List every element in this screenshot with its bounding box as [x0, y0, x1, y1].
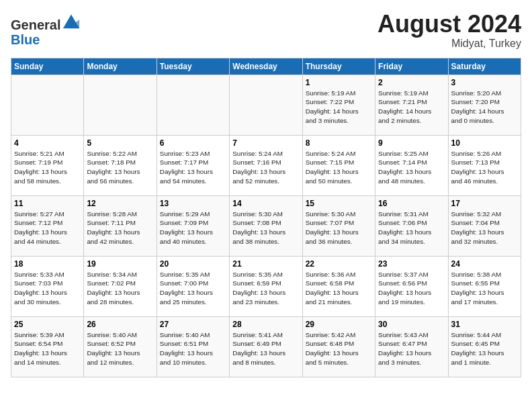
day-info: Sunrise: 5:20 AMSunset: 7:20 PMDaylight:…: [451, 89, 518, 126]
day-info: Sunrise: 5:38 AMSunset: 6:55 PMDaylight:…: [451, 270, 518, 307]
day-number: 18: [14, 259, 81, 269]
day-cell: [230, 75, 302, 135]
day-cell: 26Sunrise: 5:40 AMSunset: 6:52 PMDayligh…: [84, 316, 157, 377]
day-number: 31: [451, 320, 518, 329]
day-number: 2: [378, 78, 445, 87]
day-cell: 27Sunrise: 5:40 AMSunset: 6:51 PMDayligh…: [157, 316, 229, 377]
day-number: 13: [160, 199, 226, 208]
day-info: Sunrise: 5:36 AMSunset: 6:58 PMDaylight:…: [306, 270, 372, 307]
logo-general: General: [11, 17, 60, 32]
day-info: Sunrise: 5:21 AMSunset: 7:19 PMDaylight:…: [14, 149, 81, 186]
logo-icon: [62, 11, 81, 30]
page-header: General Blue August 2024 Midyat, Turkey: [11, 11, 521, 50]
day-cell: 6Sunrise: 5:23 AMSunset: 7:17 PMDaylight…: [157, 135, 229, 195]
day-number: 17: [451, 199, 518, 208]
day-info: Sunrise: 5:39 AMSunset: 6:54 PMDaylight:…: [14, 330, 81, 367]
header-day-sunday: Sunday: [11, 58, 84, 75]
day-cell: 14Sunrise: 5:30 AMSunset: 7:08 PMDayligh…: [230, 195, 302, 256]
day-info: Sunrise: 5:22 AMSunset: 7:18 PMDaylight:…: [87, 149, 153, 186]
day-info: Sunrise: 5:40 AMSunset: 6:52 PMDaylight:…: [87, 330, 153, 367]
day-cell: 21Sunrise: 5:35 AMSunset: 6:59 PMDayligh…: [230, 256, 302, 316]
day-info: Sunrise: 5:37 AMSunset: 6:56 PMDaylight:…: [378, 270, 445, 307]
day-number: 22: [306, 259, 372, 269]
day-number: 7: [232, 138, 299, 148]
day-number: 28: [232, 320, 299, 329]
day-info: Sunrise: 5:43 AMSunset: 6:47 PMDaylight:…: [378, 330, 445, 367]
day-info: Sunrise: 5:40 AMSunset: 6:51 PMDaylight:…: [160, 330, 226, 367]
day-cell: 17Sunrise: 5:32 AMSunset: 7:04 PMDayligh…: [448, 195, 521, 256]
day-info: Sunrise: 5:29 AMSunset: 7:09 PMDaylight:…: [160, 210, 226, 246]
logo-blue: Blue: [11, 32, 40, 47]
day-number: 25: [14, 320, 81, 329]
day-cell: 20Sunrise: 5:35 AMSunset: 7:00 PMDayligh…: [157, 256, 229, 316]
header-day-thursday: Thursday: [302, 58, 375, 75]
day-cell: 29Sunrise: 5:42 AMSunset: 6:48 PMDayligh…: [302, 316, 375, 377]
day-cell: 13Sunrise: 5:29 AMSunset: 7:09 PMDayligh…: [157, 195, 229, 256]
week-row-2: 4Sunrise: 5:21 AMSunset: 7:19 PMDaylight…: [11, 135, 521, 195]
calendar-table: SundayMondayTuesdayWednesdayThursdayFrid…: [11, 58, 521, 377]
day-info: Sunrise: 5:27 AMSunset: 7:12 PMDaylight:…: [14, 210, 81, 246]
day-cell: 10Sunrise: 5:26 AMSunset: 7:13 PMDayligh…: [448, 135, 521, 195]
day-number: 26: [87, 320, 153, 329]
day-info: Sunrise: 5:24 AMSunset: 7:16 PMDaylight:…: [232, 149, 299, 186]
day-cell: 19Sunrise: 5:34 AMSunset: 7:02 PMDayligh…: [84, 256, 157, 316]
day-info: Sunrise: 5:34 AMSunset: 7:02 PMDaylight:…: [87, 270, 153, 307]
day-cell: [11, 75, 84, 135]
day-info: Sunrise: 5:33 AMSunset: 7:03 PMDaylight:…: [14, 270, 81, 307]
day-info: Sunrise: 5:41 AMSunset: 6:49 PMDaylight:…: [232, 330, 299, 367]
day-number: 29: [306, 320, 372, 329]
day-cell: 9Sunrise: 5:25 AMSunset: 7:14 PMDaylight…: [375, 135, 448, 195]
logo: General Blue: [11, 11, 81, 47]
day-number: 20: [160, 259, 226, 269]
day-cell: 2Sunrise: 5:19 AMSunset: 7:21 PMDaylight…: [375, 75, 448, 135]
day-info: Sunrise: 5:35 AMSunset: 6:59 PMDaylight:…: [232, 270, 299, 307]
day-info: Sunrise: 5:26 AMSunset: 7:13 PMDaylight:…: [451, 149, 518, 186]
day-cell: 12Sunrise: 5:28 AMSunset: 7:11 PMDayligh…: [84, 195, 157, 256]
header-day-tuesday: Tuesday: [157, 58, 229, 75]
day-info: Sunrise: 5:19 AMSunset: 7:22 PMDaylight:…: [306, 89, 372, 126]
day-number: 4: [14, 138, 81, 148]
day-number: 3: [451, 78, 518, 87]
day-number: 11: [14, 199, 81, 208]
day-cell: 30Sunrise: 5:43 AMSunset: 6:47 PMDayligh…: [375, 316, 448, 377]
header-day-monday: Monday: [84, 58, 157, 75]
week-row-3: 11Sunrise: 5:27 AMSunset: 7:12 PMDayligh…: [11, 195, 521, 256]
day-info: Sunrise: 5:30 AMSunset: 7:07 PMDaylight:…: [306, 210, 372, 246]
day-info: Sunrise: 5:32 AMSunset: 7:04 PMDaylight:…: [451, 210, 518, 246]
day-info: Sunrise: 5:24 AMSunset: 7:15 PMDaylight:…: [306, 149, 372, 186]
day-number: 24: [451, 259, 518, 269]
day-info: Sunrise: 5:19 AMSunset: 7:21 PMDaylight:…: [378, 89, 445, 126]
day-info: Sunrise: 5:25 AMSunset: 7:14 PMDaylight:…: [378, 149, 445, 186]
day-number: 21: [232, 259, 299, 269]
day-cell: 24Sunrise: 5:38 AMSunset: 6:55 PMDayligh…: [448, 256, 521, 316]
day-number: 12: [87, 199, 153, 208]
day-cell: 7Sunrise: 5:24 AMSunset: 7:16 PMDaylight…: [230, 135, 302, 195]
day-cell: 8Sunrise: 5:24 AMSunset: 7:15 PMDaylight…: [302, 135, 375, 195]
day-cell: 23Sunrise: 5:37 AMSunset: 6:56 PMDayligh…: [375, 256, 448, 316]
header-day-friday: Friday: [375, 58, 448, 75]
day-cell: 22Sunrise: 5:36 AMSunset: 6:58 PMDayligh…: [302, 256, 375, 316]
calendar-subtitle: Midyat, Turkey: [378, 38, 521, 50]
day-cell: 18Sunrise: 5:33 AMSunset: 7:03 PMDayligh…: [11, 256, 84, 316]
day-info: Sunrise: 5:42 AMSunset: 6:48 PMDaylight:…: [306, 330, 372, 367]
day-cell: 11Sunrise: 5:27 AMSunset: 7:12 PMDayligh…: [11, 195, 84, 256]
day-cell: [84, 75, 157, 135]
day-number: 1: [306, 78, 372, 87]
day-cell: 16Sunrise: 5:31 AMSunset: 7:06 PMDayligh…: [375, 195, 448, 256]
day-number: 15: [306, 199, 372, 208]
header-day-wednesday: Wednesday: [230, 58, 302, 75]
title-block: August 2024 Midyat, Turkey: [378, 11, 521, 50]
day-number: 5: [87, 138, 153, 148]
calendar-title: August 2024: [378, 11, 521, 38]
day-number: 30: [378, 320, 445, 329]
day-info: Sunrise: 5:35 AMSunset: 7:00 PMDaylight:…: [160, 270, 226, 307]
day-cell: 4Sunrise: 5:21 AMSunset: 7:19 PMDaylight…: [11, 135, 84, 195]
day-cell: [157, 75, 229, 135]
week-row-1: 1Sunrise: 5:19 AMSunset: 7:22 PMDaylight…: [11, 75, 521, 135]
day-number: 6: [160, 138, 226, 148]
day-info: Sunrise: 5:31 AMSunset: 7:06 PMDaylight:…: [378, 210, 445, 246]
day-number: 27: [160, 320, 226, 329]
day-cell: 28Sunrise: 5:41 AMSunset: 6:49 PMDayligh…: [230, 316, 302, 377]
day-info: Sunrise: 5:23 AMSunset: 7:17 PMDaylight:…: [160, 149, 226, 186]
day-number: 8: [306, 138, 372, 148]
